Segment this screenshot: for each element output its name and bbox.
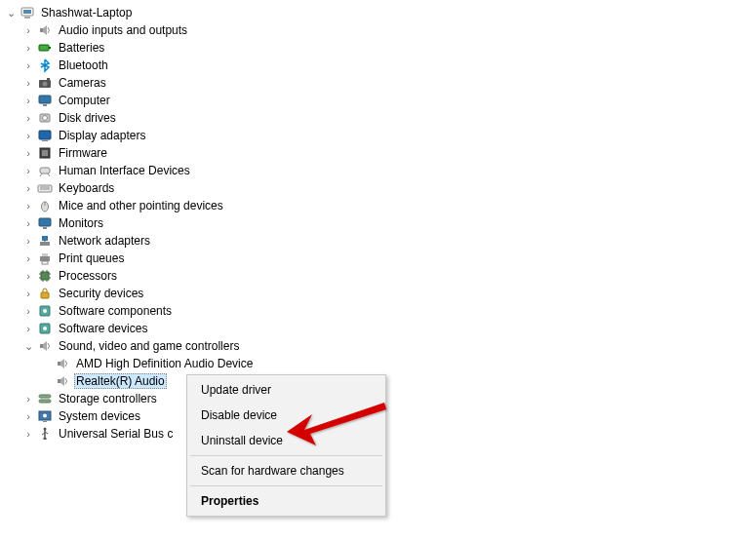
- category-label: Firmware: [57, 145, 109, 161]
- device-label: Realtek(R) Audio: [74, 373, 167, 389]
- menu-item-properties[interactable]: Properties: [189, 488, 383, 514]
- category-label: Disk drives: [57, 110, 118, 126]
- tree-category-row[interactable]: ›Audio inputs and outputs: [4, 21, 756, 39]
- chevron-down-icon[interactable]: ⌄: [4, 6, 18, 19]
- category-label: Security devices: [57, 286, 145, 301]
- tree-category-row[interactable]: ⌄Sound, video and game controllers: [4, 337, 756, 355]
- chevron-right-icon[interactable]: ›: [21, 322, 35, 335]
- category-label: Audio inputs and outputs: [57, 22, 189, 38]
- chevron-right-icon[interactable]: ›: [21, 76, 35, 90]
- network-icon: [37, 233, 53, 249]
- chevron-right-icon[interactable]: ›: [21, 129, 35, 142]
- hid-icon: [37, 163, 53, 178]
- tree-category-row[interactable]: ›Human Interface Devices: [4, 162, 756, 179]
- display-icon: [37, 128, 53, 143]
- disk-icon: [37, 110, 53, 126]
- category-label: Batteries: [57, 40, 106, 56]
- chevron-right-icon[interactable]: ›: [21, 234, 35, 248]
- category-label: Network adapters: [57, 233, 152, 249]
- category-label: System devices: [57, 408, 142, 424]
- usb-icon: [37, 426, 53, 442]
- category-label: Print queues: [57, 251, 126, 266]
- category-label: Sound, video and game controllers: [57, 338, 241, 354]
- tree-category-row[interactable]: ›Batteries: [4, 39, 756, 57]
- category-label: Keyboards: [57, 180, 116, 196]
- category-label: Human Interface Devices: [57, 163, 192, 178]
- tree-category-row[interactable]: ›Security devices: [4, 285, 756, 302]
- chevron-right-icon[interactable]: ›: [21, 427, 35, 441]
- chevron-right-icon[interactable]: ›: [21, 409, 35, 423]
- printer-icon: [37, 251, 53, 266]
- category-label: Monitors: [57, 215, 105, 231]
- system-icon: [37, 408, 53, 424]
- chevron-right-icon[interactable]: ›: [21, 146, 35, 160]
- chevron-right-icon[interactable]: ›: [21, 199, 35, 212]
- menu-item-uninstall-device[interactable]: Uninstall device: [189, 428, 383, 453]
- audio-icon: [55, 373, 70, 389]
- category-label: Storage controllers: [57, 391, 159, 406]
- chevron-right-icon[interactable]: ›: [21, 251, 35, 265]
- cpu-icon: [37, 268, 53, 284]
- tree-category-row[interactable]: ›Print queues: [4, 250, 756, 267]
- menu-separator: [190, 485, 382, 486]
- category-label: Universal Serial Bus c: [57, 426, 175, 442]
- monitor-icon: [37, 93, 53, 108]
- tree-category-row[interactable]: ›Computer: [4, 92, 756, 109]
- tree-category-row[interactable]: ›Monitors: [4, 214, 756, 232]
- software-icon: [37, 303, 53, 319]
- tree-category-row[interactable]: ›Software components: [4, 302, 756, 320]
- context-menu: Update driverDisable deviceUninstall dev…: [186, 374, 386, 517]
- bluetooth-icon: [37, 58, 53, 73]
- chevron-down-icon[interactable]: ⌄: [21, 339, 35, 353]
- chevron-right-icon[interactable]: ›: [21, 94, 35, 107]
- menu-item-scan-for-hardware-changes[interactable]: Scan for hardware changes: [189, 458, 383, 483]
- computer-icon: [20, 5, 35, 20]
- tree-category-row[interactable]: ›Mice and other pointing devices: [4, 197, 756, 214]
- chevron-right-icon[interactable]: ›: [21, 164, 35, 177]
- audio-icon: [55, 356, 70, 371]
- chevron-right-icon[interactable]: ›: [21, 304, 35, 318]
- chevron-right-icon[interactable]: ›: [21, 392, 35, 405]
- monitor-icon: [37, 215, 53, 231]
- audio-icon: [37, 338, 53, 354]
- battery-icon: [37, 40, 53, 56]
- category-label: Computer: [57, 93, 112, 108]
- chevron-right-icon[interactable]: ›: [21, 58, 35, 72]
- tree-category-row[interactable]: ›Software devices: [4, 320, 756, 337]
- category-label: Software devices: [57, 321, 149, 336]
- tree-category-row[interactable]: ›Keyboards: [4, 179, 756, 197]
- tree-category-row[interactable]: ›Processors: [4, 267, 756, 285]
- tree-category-row[interactable]: ›Cameras: [4, 74, 756, 92]
- root-label: Shashwat-Laptop: [39, 5, 134, 20]
- mouse-icon: [37, 198, 53, 213]
- software-icon: [37, 321, 53, 336]
- chevron-right-icon[interactable]: ›: [21, 41, 35, 55]
- storage-icon: [37, 391, 53, 406]
- category-label: Cameras: [57, 75, 108, 91]
- chevron-right-icon[interactable]: ›: [21, 23, 35, 37]
- tree-device-row[interactable]: AMD High Definition Audio Device: [4, 355, 756, 372]
- menu-item-disable-device[interactable]: Disable device: [189, 403, 383, 428]
- camera-icon: [37, 75, 53, 91]
- tree-category-row[interactable]: ›Display adapters: [4, 127, 756, 144]
- category-label: Processors: [57, 268, 119, 284]
- category-label: Display adapters: [57, 128, 147, 143]
- tree-category-row[interactable]: ›Network adapters: [4, 232, 756, 250]
- firmware-icon: [37, 145, 53, 161]
- category-label: Mice and other pointing devices: [57, 198, 225, 213]
- tree-root-row[interactable]: ⌄ Shashwat-Laptop: [4, 4, 756, 21]
- chevron-right-icon[interactable]: ›: [21, 181, 35, 195]
- chevron-right-icon[interactable]: ›: [21, 269, 35, 283]
- audio-icon: [37, 22, 53, 38]
- menu-item-update-driver[interactable]: Update driver: [189, 377, 383, 403]
- category-label: Software components: [57, 303, 174, 319]
- tree-category-row[interactable]: ›Bluetooth: [4, 57, 756, 74]
- security-icon: [37, 286, 53, 301]
- tree-category-row[interactable]: ›Disk drives: [4, 109, 756, 127]
- chevron-right-icon[interactable]: ›: [21, 287, 35, 300]
- chevron-right-icon[interactable]: ›: [21, 111, 35, 125]
- menu-separator: [190, 455, 382, 456]
- keyboard-icon: [37, 180, 53, 196]
- tree-category-row[interactable]: ›Firmware: [4, 144, 756, 162]
- chevron-right-icon[interactable]: ›: [21, 216, 35, 230]
